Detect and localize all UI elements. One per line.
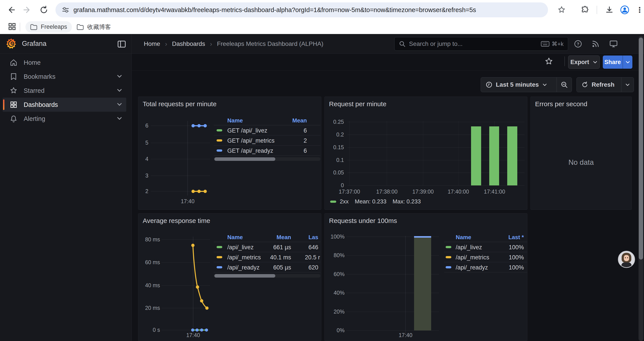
sidebar-item-bookmarks[interactable]: Bookmarks <box>3 70 126 84</box>
browser-menu-icon[interactable]: ⋮ <box>634 4 644 16</box>
legend-row[interactable]: /api/_readyz 100% <box>444 262 527 272</box>
x-tick: 17:40 <box>387 332 424 338</box>
sidebar-toggle-icon[interactable] <box>118 40 126 48</box>
legend-table: Name Mean GET /api/_livez 6 GET /api/_me… <box>214 115 320 161</box>
bookmark-label: Freeleaps <box>41 24 67 30</box>
floating-assistant-avatar[interactable] <box>618 251 635 268</box>
breadcrumb-current: Freeleaps Metrics Dashboard (ALPHA) <box>217 40 324 47</box>
no-data-message: No data <box>531 158 632 167</box>
legend-header: Name Last * <box>444 232 527 242</box>
profile-avatar-icon[interactable] <box>618 4 631 16</box>
series-color-pill <box>446 256 451 258</box>
legend-table: Name Last * /api/_livez 100% /api/_metri… <box>444 232 527 272</box>
browser-chrome: grafana.mathmast.com/d/deytv4rwavabkb/fr… <box>0 0 644 34</box>
bell-icon <box>10 115 18 122</box>
time-controls-bar: Last 5 minutes Refresh <box>132 71 644 93</box>
y-tick: 5 <box>138 140 148 146</box>
scrollbar-thumb[interactable] <box>639 38 643 260</box>
legend-series-name[interactable]: 2xx <box>340 198 348 205</box>
legend-row[interactable]: /api/_metrics 40.1 ms 20.5 r <box>214 252 320 262</box>
back-button[interactable] <box>5 4 17 16</box>
site-info-icon[interactable] <box>62 6 70 14</box>
legend-col-name[interactable]: Name <box>227 117 243 124</box>
legend-col-last[interactable]: Las <box>308 234 318 241</box>
legend-col-mean[interactable]: Mean <box>292 117 307 124</box>
legend-row[interactable]: /api/_metrics 100% <box>444 252 527 262</box>
export-button[interactable]: Export <box>568 56 600 69</box>
y-tick: 6 <box>138 122 148 129</box>
extensions-icon[interactable] <box>579 4 591 16</box>
legend-max: Max: 0.233 <box>392 198 421 205</box>
legend-row[interactable]: /api/_livez 100% <box>444 242 527 252</box>
refresh-button[interactable]: Refresh <box>577 78 621 92</box>
y-tick: 80% <box>325 252 344 258</box>
y-tick: 0.05 <box>325 169 344 176</box>
legend-scrollbar[interactable] <box>214 274 320 278</box>
legend-col-last[interactable]: Last * <box>508 234 524 241</box>
refresh-interval-button[interactable] <box>622 78 634 92</box>
breadcrumb-dashboards[interactable]: Dashboards <box>172 40 205 47</box>
chevron-down-icon[interactable] <box>116 73 122 80</box>
url-text[interactable]: grafana.mathmast.com/d/deytv4rwavabkb/fr… <box>74 6 476 14</box>
sidebar-header: Grafana <box>0 34 132 54</box>
y-tick: 0 s <box>138 327 160 333</box>
search-placeholder: Search or jump to... <box>409 40 541 47</box>
y-tick: 3 <box>138 172 148 179</box>
apps-grid-icon[interactable] <box>8 23 16 31</box>
y-tick: 80 ms <box>138 236 160 243</box>
help-icon[interactable]: ? <box>572 38 584 50</box>
legend-row[interactable]: GET /api/_metrics 2 <box>214 135 320 146</box>
bookmark-page-icon[interactable] <box>556 4 568 16</box>
y-tick: 2 <box>138 188 148 194</box>
breadcrumb-home[interactable]: Home <box>144 40 160 47</box>
screen: grafana.mathmast.com/d/deytv4rwavabkb/fr… <box>0 0 644 341</box>
legend-row[interactable]: GET /api/_livez 6 <box>214 125 320 135</box>
time-range-button[interactable]: Last 5 minutes <box>481 78 556 92</box>
sidebar-item-alerting[interactable]: Alerting <box>3 112 126 126</box>
url-bar[interactable]: grafana.mathmast.com/d/deytv4rwavabkb/fr… <box>56 3 548 17</box>
legend-col-name[interactable]: Name <box>227 234 243 241</box>
search-input[interactable]: Search or jump to... ⌘+k <box>394 37 568 51</box>
downloads-icon[interactable] <box>603 4 616 16</box>
legend-col-mean[interactable]: Mean <box>277 234 291 241</box>
sidebar-item-home[interactable]: Home <box>3 56 126 70</box>
reload-button[interactable] <box>38 4 50 16</box>
legend-mean: Mean: 0.233 <box>355 198 386 205</box>
chevron-down-icon[interactable] <box>116 87 122 94</box>
chevron-down-icon <box>625 82 630 87</box>
grafana-sidebar: Grafana Home Bookmarks Starred Dashboar <box>0 34 132 341</box>
sidebar-item-label: Alerting <box>24 115 45 122</box>
bookmark-folder-blog[interactable]: 收藏博客 <box>72 21 116 33</box>
sidebar-item-dashboards[interactable]: Dashboards <box>3 98 126 112</box>
share-menu-button[interactable] <box>622 56 632 69</box>
favorite-star-icon[interactable] <box>545 57 553 67</box>
bookmark-folder-freeleaps[interactable]: Freeleaps <box>26 21 72 33</box>
zoom-out-icon <box>561 81 568 88</box>
chevron-down-icon[interactable] <box>116 101 122 108</box>
zoom-out-button[interactable] <box>557 78 572 92</box>
grafana-logo[interactable] <box>6 38 16 50</box>
series-color-pill <box>216 256 222 258</box>
kiosk-monitor-icon[interactable] <box>608 38 619 50</box>
page-scrollbar[interactable] <box>638 36 643 341</box>
sidebar-item-starred[interactable]: Starred <box>3 84 126 98</box>
news-rss-icon[interactable] <box>590 38 601 50</box>
chevron-down-icon[interactable] <box>116 115 122 122</box>
share-button[interactable]: Share <box>603 56 622 69</box>
legend-col-name[interactable]: Name <box>456 234 471 241</box>
legend-row[interactable]: /api/_readyz 605 µs 620 <box>214 262 320 272</box>
legend-scrollbar[interactable] <box>214 157 320 161</box>
panel-legend[interactable]: 2xx Mean: 0.233 Max: 0.233 <box>330 198 421 205</box>
actions-divider <box>564 56 565 66</box>
forward-button[interactable] <box>21 4 34 16</box>
series-color-pill <box>446 246 451 248</box>
panel-title[interactable]: Errors per second <box>535 100 587 108</box>
breadcrumb-separator: › <box>165 40 167 48</box>
series-color-pill <box>216 266 222 268</box>
chevron-down-icon <box>593 60 598 65</box>
legend-row[interactable]: GET /api/_readyz 6 <box>214 146 320 156</box>
main-content: Home › Dashboards › Freeleaps Metrics Da… <box>132 34 644 341</box>
y-tick: 0% <box>325 327 344 333</box>
keyboard-icon <box>541 41 550 47</box>
legend-row[interactable]: /api/_livez 661 µs 646 <box>214 242 320 252</box>
